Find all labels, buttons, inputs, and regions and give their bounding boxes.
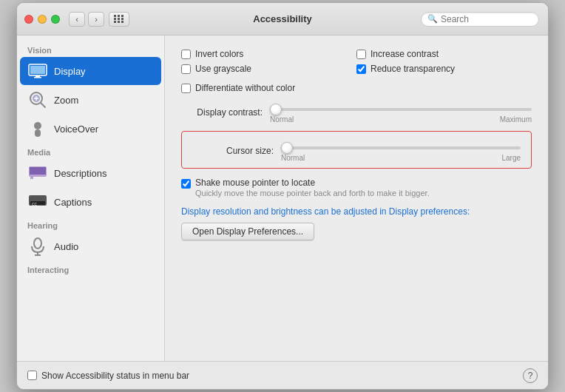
traffic-lights bbox=[24, 15, 60, 24]
svg-rect-13 bbox=[30, 176, 33, 179]
help-button[interactable]: ? bbox=[523, 368, 538, 383]
main-window: ‹ › Accessibility 🔍 Vision bbox=[16, 2, 549, 390]
cursor-size-max: Large bbox=[501, 154, 521, 162]
shake-label: Shake mouse pointer to locate bbox=[195, 178, 430, 188]
reduce-transparency-checkbox[interactable] bbox=[356, 64, 366, 74]
display-contrast-minmax: Normal Maximum bbox=[270, 115, 532, 124]
differentiate-without-color-row: Differentiate without color bbox=[181, 83, 532, 93]
svg-point-17 bbox=[34, 238, 41, 249]
svg-text:CC: CC bbox=[32, 202, 38, 206]
increase-contrast-row: Increase contrast bbox=[356, 49, 532, 59]
display-contrast-max: Maximum bbox=[500, 115, 532, 124]
checkboxes-grid: Invert colors Use grayscale Increase con… bbox=[181, 49, 532, 78]
sidebar-item-voiceover[interactable]: VoiceOver bbox=[20, 115, 161, 143]
invert-colors-row: Invert colors bbox=[181, 49, 356, 59]
zoom-icon bbox=[27, 89, 48, 110]
sidebar-item-display[interactable]: Display bbox=[20, 57, 161, 85]
grid-icon bbox=[114, 15, 124, 23]
sidebar-item-audio[interactable]: Audio bbox=[20, 232, 161, 260]
grid-button[interactable] bbox=[109, 12, 129, 27]
cursor-size-box: Cursor size: Normal Large bbox=[181, 131, 532, 169]
use-grayscale-row: Use grayscale bbox=[181, 64, 356, 74]
bottom-bar: Show Accessibility status in menu bar ? bbox=[17, 361, 548, 389]
sidebar-item-captions[interactable]: CC Captions bbox=[20, 188, 161, 216]
sidebar-section-hearing: Hearing bbox=[17, 217, 164, 232]
bottom-checkbox-row: Show Accessibility status in menu bar bbox=[27, 371, 189, 381]
display-contrast-row: Display contrast: Normal Maximum bbox=[181, 101, 532, 124]
display-contrast-slider-wrap: Normal Maximum bbox=[270, 101, 532, 124]
use-grayscale-label: Use grayscale bbox=[195, 64, 251, 74]
svg-rect-2 bbox=[35, 75, 40, 77]
cursor-size-label: Cursor size: bbox=[192, 146, 274, 156]
audio-icon bbox=[27, 236, 48, 257]
search-box[interactable]: 🔍 bbox=[421, 12, 539, 27]
sidebar-item-descriptions[interactable]: Descriptions bbox=[20, 159, 161, 187]
shake-text: Shake mouse pointer to locate Quickly mo… bbox=[195, 178, 430, 197]
svg-point-9 bbox=[34, 122, 41, 129]
sidebar-label-zoom: Zoom bbox=[54, 95, 78, 106]
svg-rect-1 bbox=[30, 66, 45, 74]
main-panel: Invert colors Use grayscale Increase con… bbox=[165, 36, 548, 361]
open-display-prefs-button[interactable]: Open Display Preferences... bbox=[181, 223, 314, 240]
close-button[interactable] bbox=[24, 15, 33, 24]
forward-button[interactable]: › bbox=[88, 12, 104, 27]
sidebar: Vision Display bbox=[17, 36, 165, 361]
sidebar-section-vision: Vision bbox=[17, 41, 164, 56]
differentiate-without-color-label: Differentiate without color bbox=[195, 83, 295, 93]
sidebar-label-audio: Audio bbox=[54, 241, 78, 252]
invert-colors-label: Invert colors bbox=[195, 49, 243, 59]
reduce-transparency-row: Reduce transparency bbox=[356, 64, 532, 74]
svg-rect-10 bbox=[35, 129, 41, 137]
descriptions-icon bbox=[27, 163, 48, 183]
display-icon bbox=[27, 61, 48, 81]
display-contrast-section: Display contrast: Normal Maximum bbox=[181, 101, 532, 124]
cursor-size-row: Cursor size: Normal Large bbox=[192, 139, 521, 162]
invert-colors-checkbox[interactable] bbox=[181, 50, 191, 59]
svg-line-6 bbox=[41, 103, 45, 107]
sidebar-section-interacting: Interacting bbox=[17, 261, 164, 276]
content-area: Vision Display bbox=[17, 36, 548, 361]
show-accessibility-status-checkbox[interactable] bbox=[27, 371, 37, 380]
sidebar-item-zoom[interactable]: Zoom bbox=[20, 86, 161, 114]
cursor-size-slider-wrap: Normal Large bbox=[281, 139, 521, 162]
sidebar-label-captions: Captions bbox=[54, 197, 92, 208]
sidebar-label-voiceover: VoiceOver bbox=[54, 124, 98, 135]
maximize-button[interactable] bbox=[51, 15, 60, 24]
sidebar-section-media: Media bbox=[17, 143, 164, 158]
cursor-size-minmax: Normal Large bbox=[281, 154, 521, 162]
reduce-transparency-label: Reduce transparency bbox=[371, 64, 455, 74]
back-button[interactable]: ‹ bbox=[69, 12, 85, 27]
info-text: Display resolution and brightness can be… bbox=[181, 206, 532, 217]
sidebar-label-display: Display bbox=[54, 66, 86, 77]
shake-description: Quickly move the mouse pointer back and … bbox=[195, 189, 430, 197]
display-contrast-slider[interactable] bbox=[270, 108, 532, 111]
titlebar: ‹ › Accessibility 🔍 bbox=[17, 3, 548, 36]
display-contrast-min: Normal bbox=[270, 115, 294, 124]
search-input[interactable] bbox=[441, 14, 532, 24]
use-grayscale-checkbox[interactable] bbox=[181, 64, 191, 74]
captions-icon: CC bbox=[27, 192, 48, 212]
increase-contrast-checkbox[interactable] bbox=[356, 50, 366, 59]
search-icon: 🔍 bbox=[427, 14, 438, 24]
display-contrast-label: Display contrast: bbox=[181, 107, 263, 118]
cursor-size-min: Normal bbox=[281, 154, 305, 162]
show-accessibility-status-label: Show Accessibility status in menu bar bbox=[41, 371, 189, 381]
differentiate-without-color-checkbox[interactable] bbox=[181, 84, 191, 93]
voiceover-icon bbox=[27, 118, 48, 139]
shake-row: Shake mouse pointer to locate Quickly mo… bbox=[181, 178, 532, 197]
minimize-button[interactable] bbox=[38, 15, 47, 24]
window-title: Accessibility bbox=[253, 13, 312, 24]
sidebar-label-descriptions: Descriptions bbox=[54, 168, 107, 179]
cursor-size-slider[interactable] bbox=[281, 146, 521, 149]
shake-checkbox[interactable] bbox=[181, 179, 191, 189]
nav-buttons: ‹ › bbox=[69, 12, 104, 27]
increase-contrast-label: Increase contrast bbox=[371, 49, 439, 59]
svg-rect-3 bbox=[34, 77, 41, 78]
svg-rect-12 bbox=[30, 167, 46, 175]
